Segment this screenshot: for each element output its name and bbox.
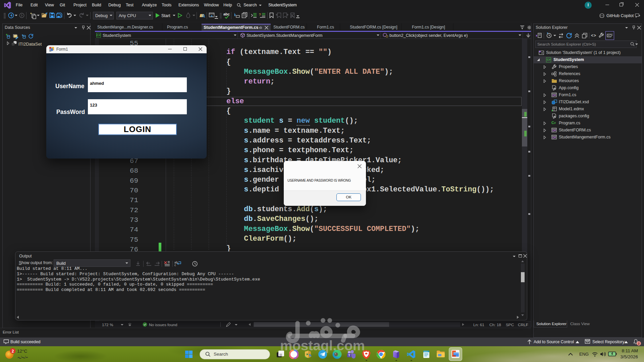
svg-text:2: 2 (12, 349, 14, 354)
svg-text:?: ? (259, 13, 261, 17)
